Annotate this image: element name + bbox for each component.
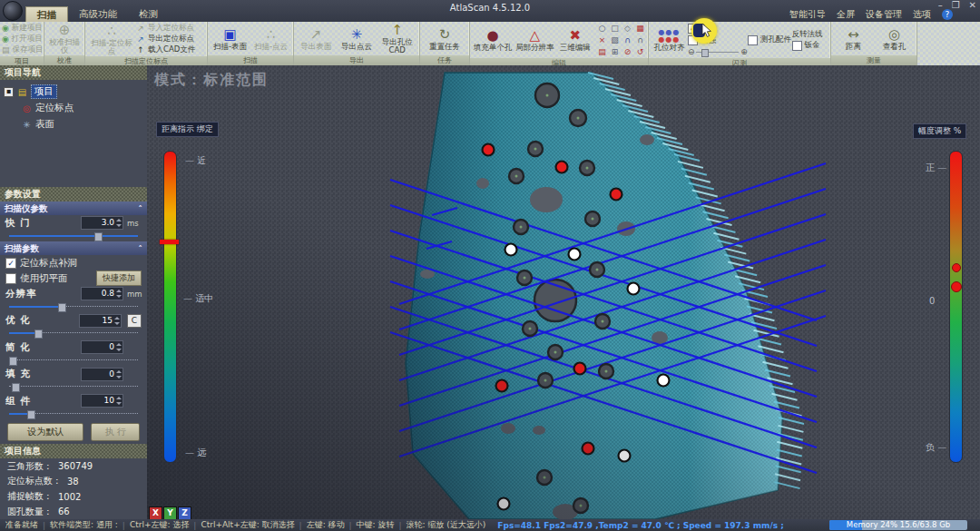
simplify-value-spinner[interactable]: 0 — [81, 340, 123, 354]
hole-accessory-checkbox[interactable]: 测孔配件 — [748, 34, 792, 46]
tree-item-surface[interactable]: ✳ 表面 — [2, 116, 145, 133]
tree-item-project[interactable]: ▪ ▤ 项目 — [2, 84, 145, 100]
axis-y-button[interactable]: Y — [163, 506, 177, 520]
smart-guide-link[interactable]: 智能引导 — [789, 8, 826, 21]
export-surface-button[interactable]: ↗ 导出表面 — [296, 23, 337, 54]
tree-expand-icon[interactable]: ▪ — [4, 87, 14, 97]
shutter-slider[interactable] — [9, 231, 138, 241]
circle-select-icon[interactable]: ○ — [596, 23, 608, 34]
calibrate-scanner-button[interactable]: ⊕ 校准扫描仪 — [46, 23, 83, 54]
mode-indicator: 模式：标准范围 — [154, 71, 269, 90]
export-cad-icon: ↑ — [391, 23, 403, 38]
quick-add-button[interactable]: 快捷添加 — [96, 270, 142, 286]
scan-mesh-canvas[interactable] — [147, 65, 980, 519]
collapse-icon[interactable]: ˄ — [138, 202, 142, 215]
import-targets-icon: ↗ — [136, 24, 145, 33]
open-project-icon: ◉ — [2, 34, 9, 44]
view-hole-button[interactable]: ◎ 查看孔 — [874, 23, 915, 54]
simplify-slider[interactable] — [9, 356, 138, 365]
ribbon-filler — [917, 22, 980, 65]
collapse-icon[interactable]: ˄ — [138, 241, 142, 255]
help-icon[interactable]: ? — [942, 9, 953, 20]
scan-targets-icon: ∴ — [107, 24, 116, 39]
rect-select-icon[interactable]: □ — [609, 23, 621, 34]
viewport-3d[interactable]: 模式：标准范围 距离指示 绑定 — 近 — 适中 — 远 幅度调整 % 正 — … — [147, 65, 980, 519]
frame-count-row: 捕捉帧数：1002 — [0, 489, 147, 505]
export-targets-icon: ↗ — [136, 34, 145, 44]
resolution-slider[interactable] — [9, 302, 138, 311]
optimize-refresh-button[interactable]: C — [127, 314, 142, 328]
slider-minus-icon[interactable]: ⊖ — [688, 47, 695, 56]
export-targets-button[interactable]: ↗导出定位标点 — [136, 34, 195, 44]
slider-plus-icon[interactable]: ⊕ — [740, 47, 748, 56]
status-software-type: 软件端类型: 通用 : — [50, 519, 118, 531]
hint-zoom: 滚轮: 缩放 (近大远小) — [407, 519, 486, 531]
scan-surface-button[interactable]: ▣ 扫描-表面 — [210, 23, 250, 54]
polygon-select-icon[interactable]: ◇ — [622, 23, 633, 34]
fullscreen-link[interactable]: 全屏 — [837, 8, 855, 21]
scan-params-header[interactable]: 扫描参数˄ — [0, 241, 147, 255]
reset-task-icon: ↻ — [439, 27, 451, 43]
axis-x-button[interactable]: X — [149, 506, 162, 520]
import-targets-button[interactable]: ↗导入定位标点 — [136, 23, 195, 34]
component-value-spinner[interactable]: 10 — [81, 394, 123, 408]
fill-row: 填 充 0 — [0, 366, 147, 382]
fill-target-holes-checkbox[interactable]: ✓定位标点补洞 — [0, 255, 147, 270]
save-project-icon: ▤ — [2, 45, 10, 54]
save-project-button[interactable]: ▤保存项目 — [2, 44, 42, 55]
scanner-params-header[interactable]: 扫描仪参数˄ — [0, 202, 147, 215]
memory-usage-text: Memory 24% 15.6/63.8 Gb — [829, 520, 967, 530]
merge-tool-icon[interactable]: ⊞ — [609, 46, 621, 57]
hole-align-button[interactable]: ●●● ●●● 孔位对齐 — [651, 23, 688, 57]
sheet-metal-checkbox[interactable]: 钣金 — [792, 40, 829, 52]
quick-links: 智能引导 全屏 设备管理 选项 ? — [789, 8, 953, 21]
scan-targets-button[interactable]: ∴ 扫描-定位标点 — [87, 23, 136, 55]
delete-selection-icon[interactable]: × — [596, 34, 608, 45]
optimize-value-spinner[interactable]: 15 — [79, 314, 122, 328]
fill-single-hole-button[interactable]: ● 填充单个孔 — [472, 23, 514, 57]
axis-z-button[interactable]: Z — [178, 506, 191, 520]
maximize-button[interactable]: ❐ — [952, 0, 960, 10]
export-cloud-button[interactable]: ✳ 导出点云 — [337, 23, 377, 54]
reset-task-button[interactable]: ↻ 重置任务 — [422, 23, 467, 54]
bridge-tool-icon[interactable]: ∩ — [622, 34, 633, 45]
hint-deselect: Ctrl+Alt+左键: 取消选择 — [201, 519, 294, 531]
set-default-button[interactable]: 设为默认 — [7, 423, 83, 441]
distance-button[interactable]: ↔ 距离 — [833, 23, 874, 54]
component-slider[interactable] — [9, 409, 138, 418]
tree-item-targets[interactable]: ◎ 定位标点 — [2, 100, 145, 116]
hatch-tool-icon[interactable]: ▧ — [609, 34, 621, 45]
cancel-tool-icon[interactable]: ⊘ — [622, 46, 633, 57]
use-cut-plane-checkbox[interactable]: 使用切平面 快捷添加 — [0, 270, 147, 286]
device-manage-link[interactable]: 设备管理 — [866, 8, 902, 21]
ribbon-group-scan: ▣ 扫描-表面 ∴ 扫描-点云 扫描 — [208, 22, 294, 65]
export-cloud-icon: ✳ — [351, 27, 363, 43]
shutter-value-spinner[interactable]: 3.0 — [81, 216, 123, 230]
load-cad-button[interactable]: ↑载入CAD文件 — [136, 44, 195, 55]
optimize-slider[interactable] — [9, 329, 138, 338]
grid-tool-icon[interactable]: ▦ — [634, 23, 646, 34]
export-surface-icon: ↗ — [310, 27, 322, 43]
invert-normals-button[interactable]: 反转法线 — [792, 29, 829, 40]
export-holes-cad-button[interactable]: ↑ 导出孔位CAD — [377, 23, 417, 54]
connect-tool-icon[interactable]: ∩ — [634, 34, 646, 45]
close-button[interactable]: ✕ — [969, 0, 976, 10]
fill-value-spinner[interactable]: 0 — [81, 368, 123, 381]
new-project-button[interactable]: ◉新建项目 — [2, 23, 42, 34]
frame-count-value: 1002 — [58, 492, 81, 502]
resolution-value-spinner[interactable]: 0.8 — [81, 287, 123, 300]
minimize-button[interactable]: – — [938, 0, 943, 10]
execute-button[interactable]: 执 行 — [91, 423, 140, 441]
scan-cloud-button[interactable]: ∴ 扫描-点云 — [250, 23, 291, 54]
open-project-button[interactable]: ◉打开项目 — [2, 34, 42, 44]
undo-tool-icon[interactable]: ↺ — [634, 46, 646, 57]
mouse-cursor-highlight — [691, 18, 717, 44]
flash-slider[interactable]: ⊖ ⊕ — [688, 46, 748, 57]
local-resolution-button[interactable]: △ 局部分辨率 — [514, 23, 555, 57]
options-link[interactable]: 选项 — [913, 8, 931, 21]
fill-slider[interactable] — [9, 382, 138, 391]
deviation-neg-label: 负 — — [926, 441, 946, 454]
layers-tool-icon[interactable]: ▤ — [596, 46, 608, 57]
component-row: 组 件 10 — [0, 393, 147, 409]
edit-3d-button[interactable]: ✖ 三维编辑 — [555, 23, 594, 57]
